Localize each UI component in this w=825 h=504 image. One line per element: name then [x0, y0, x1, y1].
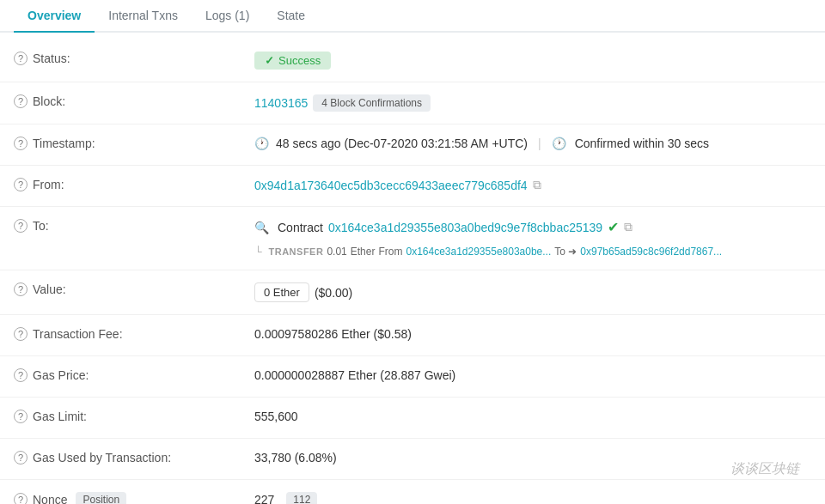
timestamp-ago: 48 secs ago (Dec-07-2020 03:21:58 AM +UT…: [276, 137, 528, 150]
tab-internal-txns[interactable]: Internal Txns: [95, 0, 192, 33]
gasused-help-icon[interactable]: ?: [14, 451, 28, 465]
value-usd: ($0.00): [315, 286, 352, 300]
gaslimit-help-icon[interactable]: ?: [14, 410, 28, 423]
nonce-value-col: 227 112: [254, 492, 811, 504]
transfer-sub-row: └ TRANSFER 0.01 Ether From 0x164ce3a1d29…: [254, 246, 811, 258]
gasprice-label: Gas Price:: [33, 368, 89, 382]
value-amount-box: 0 Ether: [254, 282, 309, 302]
status-help-icon[interactable]: ?: [14, 52, 28, 65]
confirmed-icon: 🕐: [552, 137, 566, 150]
block-number-link[interactable]: 11403165: [254, 96, 308, 110]
gasprice-value: 0.000000028887 Ether (28.887 Gwei): [254, 368, 455, 382]
tab-logs[interactable]: Logs (1): [192, 0, 263, 33]
contract-prefix: Contract: [278, 221, 323, 234]
gaslimit-label: Gas Limit:: [33, 410, 87, 423]
from-value-col: 0x94d1a173640ec5db3cecc69433aeec779c685d…: [254, 178, 811, 192]
to-label-col: ? To:: [14, 219, 254, 233]
confirmed-text: Confirmed within 30 secs: [575, 137, 709, 150]
gasprice-label-col: ? Gas Price:: [14, 368, 254, 382]
to-value-col: 🔍 Contract 0x164ce3a1d29355e803a0bed9c9e…: [254, 219, 811, 258]
nonce-label: Nonce: [33, 493, 67, 504]
to-label: To:: [33, 219, 49, 233]
value-help-icon[interactable]: ?: [14, 282, 28, 296]
nonce-help-icon[interactable]: ?: [14, 493, 28, 504]
block-label: Block:: [33, 94, 65, 108]
transaction-fee-row: ? Transaction Fee: 0.00097580286 Ether (…: [0, 315, 825, 356]
timestamp-label-col: ? Timestamp:: [14, 137, 254, 150]
gaslimit-value: 555,600: [254, 410, 298, 423]
tab-state[interactable]: State: [263, 0, 319, 33]
gasused-label: Gas Used by Transaction:: [33, 451, 171, 465]
nonce-value: 227: [254, 493, 274, 504]
clock-icon: 🕐: [254, 137, 269, 150]
gasprice-help-icon[interactable]: ?: [14, 368, 28, 382]
txfee-help-icon[interactable]: ?: [14, 327, 28, 341]
gaslimit-label-col: ? Gas Limit:: [14, 410, 254, 423]
block-help-icon[interactable]: ?: [14, 94, 28, 108]
contract-copy-icon[interactable]: ⧉: [624, 220, 632, 234]
gasused-value-col: 33,780 (6.08%): [254, 451, 811, 465]
timestamp-row: ? Timestamp: 🕐 48 secs ago (Dec-07-2020 …: [0, 124, 825, 166]
timestamp-help-icon[interactable]: ?: [14, 137, 28, 150]
from-label: From:: [33, 178, 64, 191]
value-value-col: 0 Ether ($0.00): [254, 282, 811, 302]
value-label: Value:: [33, 282, 66, 296]
transfer-amount: 0.01: [327, 246, 346, 258]
contract-address-link[interactable]: 0x164ce3a1d29355e803a0bed9c9e7f8cbbac251…: [328, 221, 602, 234]
block-label-col: ? Block:: [14, 94, 254, 108]
transfer-from-link[interactable]: 0x164ce3a1d29355e803a0be...: [406, 246, 551, 258]
contract-search-icon: 🔍: [254, 221, 269, 234]
transfer-to-link[interactable]: 0x97b65ad59c8c96f2dd7867...: [580, 246, 722, 258]
from-label-col: ? From:: [14, 178, 254, 191]
timestamp-label: Timestamp:: [33, 137, 95, 150]
transfer-label: TRANSFER: [269, 246, 324, 257]
gasused-value: 33,780 (6.08%): [254, 451, 337, 465]
gasprice-value-col: 0.000000028887 Ether (28.887 Gwei): [254, 368, 811, 382]
nonce-position-value: 112: [286, 492, 317, 504]
to-help-icon[interactable]: ?: [14, 219, 28, 233]
value-label-col: ? Value:: [14, 282, 254, 296]
gas-price-row: ? Gas Price: 0.000000028887 Ether (28.88…: [0, 356, 825, 398]
tab-overview[interactable]: Overview: [14, 0, 95, 33]
transfer-to-label: To ➜: [554, 246, 577, 258]
from-help-icon[interactable]: ?: [14, 178, 28, 191]
status-row: ? Status: Success: [0, 39, 825, 82]
from-row: ? From: 0x94d1a173640ec5db3cecc69433aeec…: [0, 166, 825, 207]
txfee-value-col: 0.00097580286 Ether ($0.58): [254, 327, 811, 341]
transfer-from-label: From: [378, 246, 402, 258]
transfer-indent: └: [254, 246, 262, 258]
to-row: ? To: 🔍 Contract 0x164ce3a1d29355e803a0b…: [0, 207, 825, 270]
gas-used-row: ? Gas Used by Transaction: 33,780 (6.08%…: [0, 439, 825, 480]
from-copy-icon[interactable]: ⧉: [533, 178, 541, 192]
nonce-row: ? Nonce Position 227 112: [0, 480, 825, 504]
nonce-label-col: ? Nonce Position: [14, 492, 254, 504]
from-address-link[interactable]: 0x94d1a173640ec5db3cecc69433aeec779c685d…: [254, 179, 528, 192]
transfer-currency: Ether: [351, 246, 376, 258]
gaslimit-value-col: 555,600: [254, 410, 811, 423]
position-badge: Position: [76, 492, 126, 504]
value-row: ? Value: 0 Ether ($0.00): [0, 270, 825, 315]
gas-limit-row: ? Gas Limit: 555,600: [0, 398, 825, 439]
txfee-value: 0.00097580286 Ether ($0.58): [254, 327, 412, 341]
overview-content: ? Status: Success ? Block: 11403165 4 Bl…: [0, 33, 825, 504]
block-value-col: 11403165 4 Block Confirmations: [254, 94, 811, 112]
timestamp-value-col: 🕐 48 secs ago (Dec-07-2020 03:21:58 AM +…: [254, 137, 811, 150]
tab-bar: Overview Internal Txns Logs (1) State: [0, 0, 825, 33]
status-value-col: Success: [254, 52, 811, 70]
status-label-col: ? Status:: [14, 52, 254, 65]
pipe-divider: |: [538, 137, 541, 150]
block-row: ? Block: 11403165 4 Block Confirmations: [0, 82, 825, 124]
verified-icon: ✔: [608, 219, 619, 235]
txfee-label-col: ? Transaction Fee:: [14, 327, 254, 341]
status-label: Status:: [33, 52, 70, 65]
block-confirmations-badge: 4 Block Confirmations: [313, 94, 431, 112]
status-badge: Success: [254, 52, 331, 70]
gasused-label-col: ? Gas Used by Transaction:: [14, 451, 254, 465]
txfee-label: Transaction Fee:: [33, 327, 123, 341]
